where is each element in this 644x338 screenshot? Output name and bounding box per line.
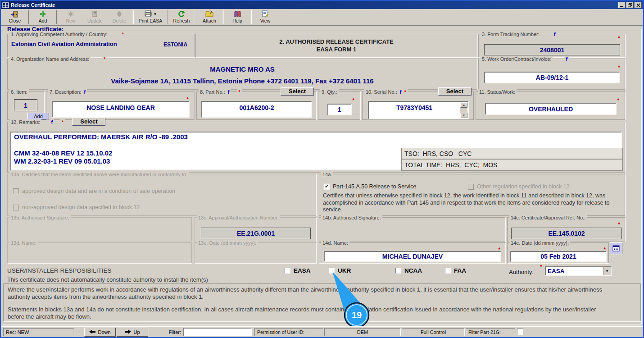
date-field[interactable]: 05 Feb 2021 — [510, 251, 607, 262]
status-work-field[interactable]: OVERHAULED — [485, 103, 617, 115]
permission-value-panel: DEM — [324, 328, 401, 336]
block-14a-release-to-service: 14a. Part-145.A.50 Release to Service Ot… — [319, 174, 625, 216]
block-11-status-work: 11. Status/Work: * OVERHAULED — [476, 91, 625, 120]
spinner-down-button[interactable]: ▼ — [460, 113, 467, 118]
user-installer-title: USER/INSTALLER RESPOSIBILITIES — [7, 267, 112, 274]
filter-label: Filter: — [154, 329, 181, 335]
authorised-name-field[interactable]: MICHAEL DUNAJEV — [324, 251, 501, 262]
block-8-part-no: 8. Part No.:f*Select 001A6200-2 — [196, 91, 316, 120]
app-icon — [2, 2, 9, 8]
block-13b-authorised-signature: 13b. Authorised Signature: — [7, 217, 192, 242]
add-button[interactable]: Add — [31, 9, 55, 24]
delete-button: Delete — [107, 9, 132, 24]
authority-name: Estonian Civil Aviation Administration — [11, 41, 117, 47]
print-easa-button[interactable]: ▼ Print EASA — [135, 9, 166, 24]
block-13e-date: 13e. Date (dd mmm yyyy): — [195, 242, 316, 263]
refresh-button[interactable]: Refresh — [169, 9, 194, 24]
serial-no-select-button[interactable]: Select — [438, 87, 472, 96]
remarks-select-button[interactable]: Select — [72, 118, 105, 126]
tso-field: TSO: HRS, CSO CYC — [401, 148, 623, 159]
responsibility-para-1: Where the user/installer performs work i… — [8, 286, 611, 300]
ncaa-checkbox[interactable] — [395, 268, 401, 274]
plus-icon — [39, 10, 46, 18]
block-12-remarks: 12. Remarks:f*Select OVERHAUL PERFORMED:… — [7, 122, 625, 173]
work-order-field[interactable]: AB-09/12-1 — [484, 72, 620, 83]
certificate-approval-ref-field: EE.145.0102 — [511, 228, 622, 239]
ukr-checkbox[interactable] — [329, 268, 335, 274]
view-doc-icon — [262, 10, 269, 18]
authority-combo-value: EASA — [546, 267, 603, 275]
ncaa-checkbox-row: NCAA — [395, 267, 422, 274]
toolbar: Close Add New Update Delete ▼ Print EASA… — [1, 9, 643, 26]
authority-label: Authority: — [509, 269, 534, 275]
block-2-certificate-title: 2. AUTHORISED RELEASE CERTIFICATE EASA F… — [195, 34, 477, 57]
easa-checkbox[interactable] — [285, 268, 290, 274]
filter-input[interactable] — [183, 328, 252, 336]
close-window-button[interactable] — [635, 2, 642, 8]
part-145-checkbox[interactable] — [324, 184, 330, 190]
refresh-icon — [178, 10, 186, 18]
spinner-up-button[interactable]: ▲ — [460, 102, 467, 108]
qty-field[interactable]: 1 — [327, 104, 352, 115]
block-4-organization: 4. Organization Name and Address:* MAGNE… — [7, 59, 477, 90]
block-5-work-order: 5. Work Order/Contract/Invoice:f * AB-09… — [478, 59, 625, 90]
arrow-right-icon — [125, 329, 131, 335]
block-10-serial-no: 10. Serial No.:f*Select T9783Y0451 ▲ ▼ — [362, 91, 474, 120]
faa-checkbox-row: FAA — [445, 267, 466, 274]
calendar-icon — [612, 245, 620, 252]
faa-checkbox[interactable] — [445, 268, 451, 274]
new-burst-icon — [67, 10, 74, 18]
other-regulation-checkbox — [468, 184, 474, 190]
update-doc-icon — [91, 10, 99, 18]
ukr-checkbox-row: UKR — [329, 267, 351, 274]
block-7-description: 7. Description:f * NOSE LANDING GEAR — [46, 91, 195, 120]
organization-address: Vaike-Sojamae 1A, 11415 Tallinn, Estonia… — [8, 77, 477, 85]
part-no-select-button[interactable]: Select — [281, 87, 314, 96]
serial-spinner: ▲ ▼ — [460, 102, 467, 118]
block-14d-name: 14d. Name: * MICHAEL DUNAJEV — [319, 242, 505, 263]
easa-checkbox-row: EASA — [285, 267, 311, 274]
serial-no-field[interactable]: T9783Y0451 ▲ ▼ — [368, 101, 469, 119]
arrow-left-icon — [89, 329, 95, 335]
block-3-form-tracking-number: 3. Form Tracking Number:f * 2408001 — [478, 34, 625, 57]
item-number-field: 1 — [14, 99, 37, 111]
block-14b-authorised-signature: 14b. Authorised Signature: — [319, 217, 505, 242]
print-dropdown-caret[interactable]: ▼ — [154, 12, 157, 16]
close-button[interactable]: Close — [3, 9, 27, 24]
minimize-button[interactable] — [618, 2, 626, 8]
down-button[interactable]: Down — [84, 328, 116, 337]
combo-dropdown-icon[interactable]: ▼ — [603, 267, 611, 275]
organization-name: MAGNETIC MRO AS — [8, 65, 477, 73]
restore-button[interactable] — [626, 2, 634, 8]
description-field[interactable]: NOSE LANDING GEAR — [52, 101, 190, 118]
permission-label-panel: Permission of User ID: — [254, 328, 323, 336]
block-13d-name: 13d. Name: — [7, 242, 192, 263]
authority-combo[interactable]: EASA ▼ — [545, 266, 612, 276]
filter-part21g-label: Filter Part-21G: — [466, 328, 515, 336]
record-status-panel: Rec: NEW — [3, 328, 74, 336]
non-approved-design-data-checkbox — [13, 205, 19, 210]
form-heading: Release Certificate: — [5, 26, 65, 32]
help-book-icon — [234, 10, 241, 18]
total-time-field: TOTAL TIME: HRS; CYC; MOS — [401, 159, 623, 171]
access-level-panel: Full Control — [402, 328, 465, 336]
block-14e-date: 14e. Date (dd mmm yyyy): * 05 Feb 2021 — [507, 242, 609, 263]
responsibility-para-2: Statements in blocks 13a and 14a do not … — [8, 306, 611, 320]
part-no-field[interactable]: 001A6200-2 — [201, 101, 312, 118]
calendar-button[interactable] — [610, 242, 622, 254]
form-tracking-number-field: 2408001 — [484, 44, 620, 55]
block-14c-certificate-ref: 14c. Certificate/Approval Ref. No.: * EE… — [507, 217, 625, 242]
filter-part21g-checkbox[interactable] — [517, 329, 523, 335]
approval-authorisation-number-field: EE.21G.0001 — [201, 228, 311, 239]
block-9-qty: 9. Qty.: * 1 — [318, 91, 360, 120]
responsibility-paragraphs: Where the user/installer performs work i… — [3, 283, 641, 321]
window-title: Release Certificate — [11, 2, 55, 8]
attach-button[interactable]: Attach — [197, 9, 222, 24]
titlebar[interactable]: Release Certificate — [1, 1, 643, 9]
block-13c-approval-number: 13c. Approval/Authorisation Number: EE.2… — [195, 217, 316, 242]
folder-attach-icon — [205, 10, 213, 18]
up-button[interactable]: Up — [117, 328, 148, 337]
help-button[interactable]: Help — [225, 9, 249, 24]
view-button[interactable]: View — [253, 9, 277, 24]
new-button: New — [59, 9, 83, 24]
